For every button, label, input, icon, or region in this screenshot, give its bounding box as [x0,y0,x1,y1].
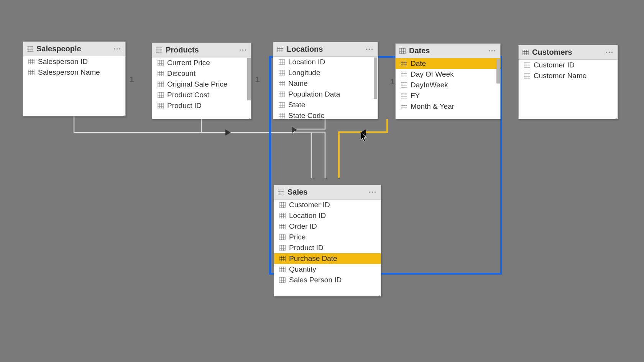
svg-rect-118 [524,62,530,68]
column-icon [279,213,286,218]
field-label: Population Data [288,90,340,98]
svg-rect-163 [279,267,286,272]
field[interactable]: Name [273,78,378,89]
resize-grip[interactable] [121,111,125,115]
resize-grip[interactable] [246,114,250,118]
field-label: Product Cost [167,91,209,99]
model-canvas[interactable]: 1 1 1 * * * Salespeople ··· Salesperson … [0,0,644,362]
svg-rect-168 [279,277,286,283]
field[interactable]: Current Price [152,57,251,68]
column-icon [524,73,530,79]
more-icon[interactable]: ··· [369,190,377,194]
table-icon [278,190,284,195]
cardinality-one: 1 [130,75,134,84]
field-label: Location ID [289,211,326,220]
field[interactable]: Customer ID [274,200,381,210]
svg-rect-113 [522,50,529,55]
column-icon [279,113,285,118]
field[interactable]: Location ID [274,210,381,221]
svg-marker-173 [361,132,366,141]
field-label: Day Of Week [411,70,454,79]
field-label: Price [289,233,306,241]
cardinality-one: 1 [255,75,260,84]
table-sales[interactable]: Sales ··· Customer ID Location ID Order … [274,185,381,296]
resize-grip[interactable] [613,114,617,118]
field[interactable]: Order ID [274,221,381,232]
table-header[interactable]: Salespeople ··· [23,42,125,56]
field[interactable]: Customer ID [519,60,618,70]
table-header[interactable]: Locations ··· [273,42,378,57]
scrollbar[interactable] [247,58,251,100]
column-icon [401,61,407,66]
field[interactable]: Original Sale Price [152,79,251,90]
field[interactable]: Location ID [273,57,378,67]
field[interactable]: Product Cost [152,90,251,100]
field-label: Sales Person ID [289,276,342,284]
column-icon [279,267,286,272]
table-header[interactable]: Sales ··· [274,185,381,200]
field[interactable]: Longitude [273,67,378,78]
table-title: Products [166,46,199,54]
field-label: Purchase Date [289,254,337,263]
column-icon [401,82,407,88]
field-label: Name [288,79,308,88]
field-label: Customer Name [534,72,586,80]
resize-grip[interactable] [376,292,380,295]
column-icon [279,202,286,208]
cardinality-one: 1 [390,77,394,86]
field-label: State Code [288,111,325,119]
more-icon[interactable]: ··· [606,51,614,54]
field[interactable]: State [273,100,378,110]
field[interactable]: Product ID [152,100,251,111]
table-header[interactable]: Dates ··· [396,44,500,58]
field[interactable]: State Code [273,110,378,119]
column-icon [158,71,164,76]
column-icon [158,103,164,108]
field-label: Product ID [167,102,202,110]
field-selected[interactable]: Purchase Date [274,253,381,264]
svg-rect-8 [28,59,34,64]
field[interactable]: Salesperson ID [23,56,125,67]
field[interactable]: Population Data [273,89,378,100]
svg-rect-148 [279,234,286,240]
table-header[interactable]: Products ··· [152,43,251,57]
scrollbar[interactable] [496,59,500,84]
field[interactable]: Price [274,232,381,242]
field-label: Salesperson Name [38,68,100,77]
table-salespeople[interactable]: Salespeople ··· Salesperson ID Salespers… [23,41,126,116]
svg-rect-133 [279,202,286,208]
column-icon [28,70,34,75]
field-label: Current Price [167,59,210,67]
column-icon [279,81,285,86]
column-icon [401,104,407,109]
field[interactable]: Month & Year [396,101,500,112]
field[interactable]: Salesperson Name [23,67,125,78]
table-locations[interactable]: Locations ··· Location ID Longitude Name… [273,42,378,119]
field[interactable]: Sales Person ID [274,275,381,285]
column-icon [401,72,407,77]
scrollbar[interactable] [374,57,377,99]
field[interactable]: FY [396,90,500,101]
more-icon[interactable]: ··· [366,48,374,51]
field[interactable]: Quantity [274,264,381,275]
more-icon[interactable]: ··· [239,48,247,52]
column-icon [158,60,164,66]
field-selected[interactable]: Date [396,58,500,69]
more-icon[interactable]: ··· [488,49,496,53]
field[interactable]: DayInWeek [396,80,500,90]
field[interactable]: Discount [152,68,251,79]
svg-rect-43 [158,103,164,108]
column-icon [158,82,164,87]
table-header[interactable]: Customers ··· [519,45,618,60]
table-customers[interactable]: Customers ··· Customer ID Customer Name [518,45,618,119]
field-label: DayInWeek [411,81,448,89]
column-icon [279,234,286,240]
field[interactable]: Day Of Week [396,69,500,80]
table-dates[interactable]: Dates ··· Date Day Of Week DayInWeek FY … [395,43,501,119]
field[interactable]: Customer Name [519,70,618,81]
table-products[interactable]: Products ··· Current Price Discount Orig… [152,43,251,119]
svg-rect-103 [401,93,407,98]
table-icon [156,48,162,53]
more-icon[interactable]: ··· [113,47,122,51]
field[interactable]: Product ID [274,242,381,253]
